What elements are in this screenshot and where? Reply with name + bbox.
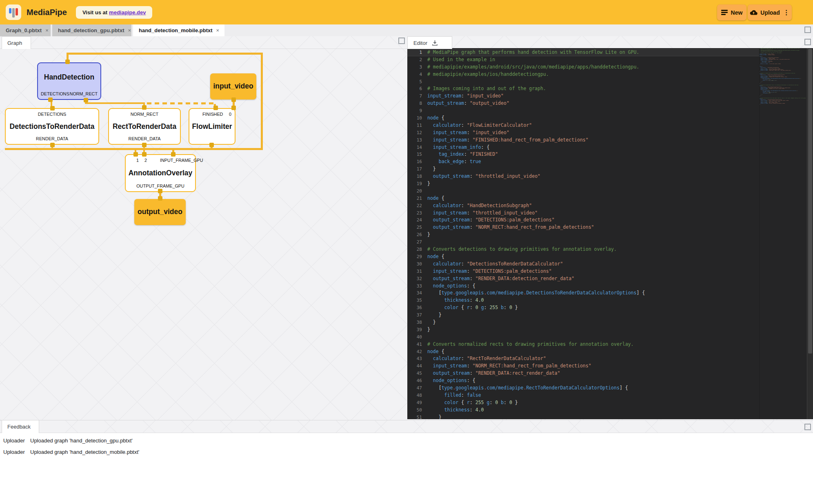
code-line[interactable]: 29node { (407, 253, 759, 261)
code-line[interactable]: 48 filled: false (407, 392, 759, 399)
code-line[interactable]: 45 output_stream: "RENDER_DATA:rect_rend… (407, 370, 759, 377)
code-line[interactable]: 6# Images coming into and out of the gra… (407, 85, 759, 93)
minimap[interactable]: # MediaPipe graph that performs hand det… (759, 48, 807, 419)
code-line[interactable]: 37 } (407, 312, 759, 319)
tab-graph-0-pbtxt[interactable]: Graph_0.pbtxt × (0, 24, 51, 36)
code-line[interactable]: 39} (407, 326, 759, 334)
code-line[interactable]: 43 calculator: "RectToRenderDataCalculat… (407, 355, 759, 363)
code-line[interactable]: 18 output_stream: "throttled_input_video… (407, 173, 759, 180)
code-line[interactable]: 14 input_stream_info: { (407, 144, 759, 151)
code-line[interactable]: 46 node_options: { (407, 377, 759, 385)
code-line[interactable]: 33 node_options: { (407, 283, 759, 290)
code-line[interactable]: 38 } (407, 319, 759, 326)
node-detections-to-render-data[interactable]: DETECTIONS DetectionsToRenderData RENDER… (5, 108, 99, 145)
more-options-icon[interactable]: ⋮ (783, 9, 790, 16)
feedback-panel-tab[interactable]: Feedback (2, 420, 39, 433)
code-line[interactable]: 44 input_stream: "NORM_RECT:hand_rect_fr… (407, 363, 759, 370)
node-input-video[interactable]: input_video (210, 73, 256, 99)
graph-panel-maximize-icon[interactable] (398, 38, 405, 44)
code-line[interactable]: 41# Converts normalized rects to drawing… (407, 341, 759, 348)
node-title: HandDetection (44, 74, 94, 81)
code-line[interactable]: 40 (407, 334, 759, 341)
code-line[interactable]: 15 tag_index: "FINISHED" (407, 151, 759, 158)
node-title: output_video (138, 208, 182, 216)
node-annotation-overlay[interactable]: 1 2 INPUT_FRAME_GPU AnnotationOverlay OU… (125, 154, 196, 192)
code-line[interactable]: 27 (407, 239, 759, 246)
code-line[interactable]: 9 (407, 107, 759, 115)
editor-panel-tab[interactable]: Editor (407, 36, 452, 49)
code-line[interactable]: 16 back_edge: true (407, 158, 759, 166)
code-line[interactable]: 8output_stream: "output_video" (407, 100, 759, 107)
node-flow-limiter[interactable]: FINISHED 0 FlowLimiter (189, 108, 235, 145)
port-inputvideo-out (231, 97, 236, 102)
editor-panel-maximize-icon[interactable] (804, 39, 811, 45)
code-line[interactable]: 28# Converts detections to drawing primi… (407, 246, 759, 253)
scrollbar-thumb[interactable] (808, 49, 812, 354)
node-title: AnnotationOverlay (129, 170, 193, 177)
code-line[interactable]: 35 thickness: 4.0 (407, 297, 759, 304)
port-overlay-1-in (133, 152, 138, 157)
code-line[interactable]: 50 thickness: 4.0 (407, 407, 759, 414)
code-line[interactable]: 5 (407, 78, 759, 86)
tabs-row-maximize-icon[interactable] (804, 27, 811, 33)
code-line[interactable]: 19} (407, 180, 759, 188)
tab-hand-detection-mobile-pbtxt[interactable]: hand_detection_mobile.pbtxt × (133, 24, 224, 36)
code-line[interactable]: 12 input_stream: "input_video" (407, 129, 759, 137)
graph-canvas[interactable]: HandDetection DETECTIONS NORM_RECT input… (0, 36, 407, 420)
edge-normrect-h (85, 102, 145, 104)
edge-backedge-dashed (147, 102, 215, 104)
close-icon[interactable]: × (128, 27, 131, 33)
code-line[interactable]: 20 (407, 188, 759, 195)
code-line[interactable]: 34 [type.googleapis.com/mediapipe.Detect… (407, 290, 759, 297)
feedback-maximize-icon[interactable] (804, 424, 811, 430)
code-line[interactable]: 11 calculator: "FlowLimiterCalculator" (407, 122, 759, 129)
code-line[interactable]: 30 calculator: "DetectionsToRenderDataCa… (407, 261, 759, 268)
code-area[interactable]: 1# MediaPipe graph that performs hand de… (407, 49, 759, 419)
code-line[interactable]: 25 output_stream: "NORM_RECT:hand_rect_f… (407, 224, 759, 231)
editor-scrollbar[interactable] (807, 48, 813, 419)
feedback-source: Uploader (0, 438, 29, 444)
code-line[interactable]: 26} (407, 231, 759, 239)
code-line[interactable]: 17 } (407, 166, 759, 173)
code-line[interactable]: 7input_stream: "input_video" (407, 93, 759, 100)
code-line[interactable]: 51 } (407, 414, 759, 419)
close-icon[interactable]: × (45, 27, 49, 33)
cloud-upload-icon (750, 10, 757, 15)
feedback-message: Uploaded graph 'hand_detection_gpu.pbtxt… (29, 438, 133, 444)
code-line[interactable]: 10node { (407, 115, 759, 122)
download-icon[interactable] (431, 40, 438, 46)
close-icon[interactable]: × (216, 27, 220, 33)
code-line[interactable]: 3# mediapipie/examples/android/src/java/… (407, 64, 759, 71)
mediapipe-dev-link[interactable]: mediapipe.dev (109, 9, 146, 15)
code-line[interactable]: 13 input_stream: "FINISHED:hand_rect_fro… (407, 137, 759, 144)
code-line[interactable]: 23 input_stream: "throttled_input_video" (407, 210, 759, 217)
node-title: RectToRenderData (113, 123, 176, 130)
port-handdetection-in (65, 60, 70, 64)
tab-hand-detection-gpu-pbtxt[interactable]: hand_detection_gpu.pbtxt × (52, 24, 131, 36)
node-output-video[interactable]: output_video (134, 199, 186, 225)
node-hand-detection[interactable]: HandDetection DETECTIONS NORM_RECT (37, 62, 101, 100)
code-line[interactable]: 2# Used in the example in (407, 56, 759, 64)
code-line[interactable]: 21node { (407, 195, 759, 202)
code-line[interactable]: 4# mediapipie/examples/ios/handdetection… (407, 71, 759, 78)
code-line[interactable]: 24 output_stream: "DETECTIONS:palm_detec… (407, 217, 759, 224)
code-line[interactable]: 32 output_stream: "RENDER_DATA:detection… (407, 275, 759, 283)
file-tabs-row: Graph_0.pbtxt × hand_detection_gpu.pbtxt… (0, 24, 813, 36)
code-line[interactable]: 1# MediaPipe graph that performs hand de… (407, 49, 759, 56)
code-line[interactable]: 36 color { r: 0 g: 255 b: 0 } (407, 304, 759, 312)
code-line[interactable]: 49 color { r: 255 g: 0 b: 0 } (407, 399, 759, 407)
code-line[interactable]: 22 calculator: "HandDetectionSubgraph" (407, 202, 759, 210)
upload-button[interactable]: Upload ⋮ (748, 4, 792, 20)
code-line[interactable]: 47 [type.googleapis.com/mediapipe.RectTo… (407, 385, 759, 392)
node-rect-to-render-data[interactable]: NORM_RECT RectToRenderData RENDER_DATA (108, 108, 181, 145)
edge-bus (5, 148, 263, 150)
code-line[interactable]: 42node { (407, 348, 759, 356)
editor-panel: 1# MediaPipe graph that performs hand de… (407, 48, 813, 419)
editor-tab-label: Editor (413, 40, 427, 46)
mediapipe-visualizer: MediaPipe Visit us at mediapipe.dev New … (0, 0, 813, 504)
minimap-line: # Draws annotations and overlays them on… (760, 98, 807, 99)
code-line[interactable]: 31 input_stream: "DETECTIONS:palm_detect… (407, 268, 759, 275)
edge-throttled-loop-right (261, 53, 263, 150)
new-button[interactable]: New (717, 4, 746, 20)
port-flowlimiter-out (209, 143, 214, 147)
